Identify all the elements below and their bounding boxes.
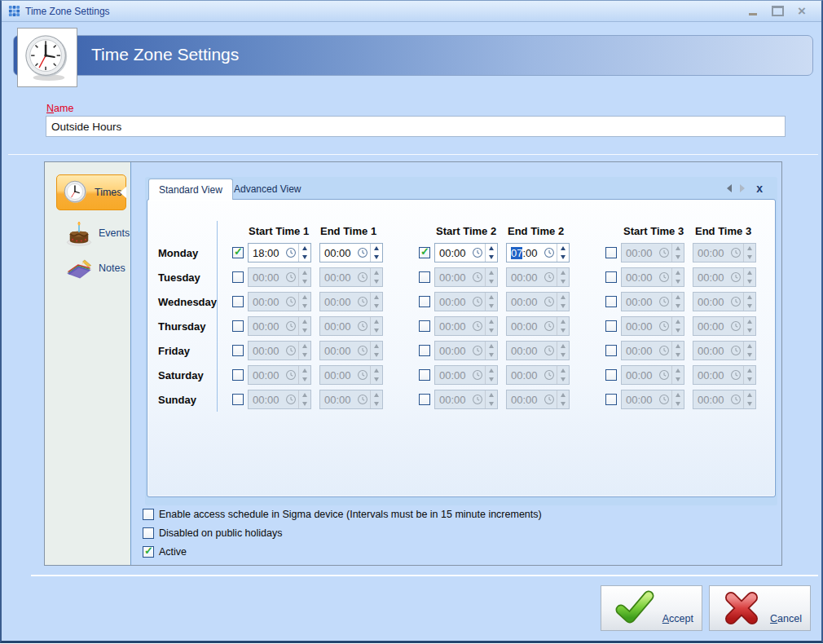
start-time-picker[interactable]: 00:00 — [621, 341, 684, 360]
slot-enabled-checkbox[interactable] — [232, 296, 244, 307]
slot-enabled-checkbox[interactable] — [419, 369, 430, 381]
start-time-picker[interactable]: 00:00 — [621, 316, 684, 336]
start-time-picker[interactable]: 00:00 — [434, 267, 498, 287]
start-time-picker[interactable]: 00:00 — [248, 390, 311, 409]
time-spinner[interactable] — [298, 244, 310, 262]
time-spinner[interactable] — [557, 293, 569, 311]
option-active[interactable]: Active — [143, 546, 542, 558]
start-time-picker[interactable]: 00:00 — [621, 267, 684, 287]
spin-down-icon[interactable] — [557, 277, 569, 286]
spin-down-icon[interactable] — [486, 326, 497, 335]
spin-up-icon[interactable] — [299, 244, 310, 253]
spin-up-icon[interactable] — [299, 366, 310, 375]
time-spinner[interactable] — [671, 342, 684, 359]
time-spinner[interactable] — [485, 390, 497, 408]
spin-down-icon[interactable] — [299, 375, 310, 384]
slot-enabled-checkbox[interactable] — [605, 296, 617, 307]
spin-up-icon[interactable] — [744, 293, 755, 302]
spin-down-icon[interactable] — [672, 326, 684, 335]
spin-down-icon[interactable] — [371, 277, 382, 286]
spin-up-icon[interactable] — [486, 317, 497, 326]
checkbox[interactable] — [143, 509, 154, 520]
slot-enabled-checkbox[interactable] — [419, 271, 430, 283]
time-spinner[interactable] — [743, 244, 755, 262]
spin-up-icon[interactable] — [744, 366, 755, 375]
spin-down-icon[interactable] — [557, 253, 569, 262]
spin-down-icon[interactable] — [486, 302, 497, 311]
spin-down-icon[interactable] — [486, 253, 497, 262]
spin-up-icon[interactable] — [371, 366, 382, 375]
time-spinner[interactable] — [485, 366, 497, 384]
spin-down-icon[interactable] — [486, 375, 497, 384]
slot-enabled-checkbox[interactable] — [232, 247, 244, 258]
scroll-right-icon[interactable] — [740, 184, 745, 192]
end-time-picker[interactable]: 00:00 — [506, 390, 570, 409]
spin-down-icon[interactable] — [744, 399, 755, 408]
slot-enabled-checkbox[interactable] — [605, 247, 617, 258]
spin-down-icon[interactable] — [557, 326, 569, 335]
checkbox[interactable] — [143, 546, 154, 558]
start-time-picker[interactable]: 00:00 — [248, 316, 311, 336]
end-time-picker[interactable]: 00:00 — [506, 292, 570, 311]
spin-up-icon[interactable] — [557, 390, 569, 399]
time-spinner[interactable] — [485, 293, 497, 311]
spin-down-icon[interactable] — [672, 351, 684, 359]
spin-down-icon[interactable] — [744, 375, 755, 384]
time-spinner[interactable] — [370, 342, 382, 359]
slot-enabled-checkbox[interactable] — [605, 345, 617, 356]
spin-up-icon[interactable] — [486, 390, 497, 399]
time-spinner[interactable] — [557, 244, 569, 262]
time-spinner[interactable] — [298, 268, 310, 286]
start-time-picker[interactable]: 00:00 — [621, 365, 684, 385]
start-time-picker[interactable]: 00:00 — [248, 292, 311, 311]
time-spinner[interactable] — [557, 342, 569, 359]
spin-down-icon[interactable] — [299, 277, 310, 286]
end-time-picker[interactable]: 00:00 — [693, 316, 756, 336]
spin-up-icon[interactable] — [371, 390, 382, 399]
spin-down-icon[interactable] — [557, 302, 569, 311]
slot-enabled-checkbox[interactable] — [419, 394, 430, 405]
time-spinner[interactable] — [743, 268, 755, 286]
slot-enabled-checkbox[interactable] — [605, 271, 617, 283]
accept-button[interactable]: Accept — [601, 585, 702, 631]
start-time-picker[interactable]: 00:00 — [434, 390, 498, 409]
spin-up-icon[interactable] — [557, 342, 569, 351]
time-spinner[interactable] — [557, 268, 569, 286]
spin-up-icon[interactable] — [486, 268, 497, 277]
spin-down-icon[interactable] — [486, 277, 497, 286]
spin-up-icon[interactable] — [672, 390, 684, 399]
time-spinner[interactable] — [298, 293, 310, 311]
start-time-picker[interactable]: 00:00 — [434, 341, 498, 360]
spin-up-icon[interactable] — [744, 390, 755, 399]
spin-down-icon[interactable] — [486, 399, 497, 408]
time-spinner[interactable] — [743, 342, 755, 359]
time-spinner[interactable] — [557, 366, 569, 384]
spin-down-icon[interactable] — [672, 399, 684, 408]
end-time-picker[interactable]: 00:00 — [693, 365, 756, 385]
spin-up-icon[interactable] — [486, 342, 497, 351]
spin-down-icon[interactable] — [672, 302, 684, 311]
start-time-picker[interactable]: 00:00 — [621, 390, 684, 409]
time-spinner[interactable] — [370, 293, 382, 311]
end-time-picker[interactable]: 00:00 — [319, 390, 383, 409]
end-time-picker[interactable]: 00:00 — [319, 292, 383, 311]
time-spinner[interactable] — [743, 317, 755, 335]
spin-down-icon[interactable] — [672, 375, 684, 384]
spin-up-icon[interactable] — [299, 317, 310, 326]
slot-enabled-checkbox[interactable] — [605, 394, 617, 405]
start-time-picker[interactable]: 00:00 — [621, 292, 684, 311]
spin-down-icon[interactable] — [299, 253, 310, 262]
maximize-button[interactable] — [771, 6, 784, 17]
end-time-picker[interactable]: 00:00 — [693, 390, 756, 409]
start-time-picker[interactable]: 00:00 — [434, 316, 498, 336]
time-spinner[interactable] — [671, 317, 684, 335]
spin-down-icon[interactable] — [744, 253, 755, 262]
time-spinner[interactable] — [370, 268, 382, 286]
spin-up-icon[interactable] — [371, 317, 382, 326]
spin-up-icon[interactable] — [672, 293, 684, 302]
time-spinner[interactable] — [485, 268, 497, 286]
spin-down-icon[interactable] — [486, 351, 497, 359]
end-time-picker[interactable]: 00:00 — [506, 365, 570, 385]
spin-down-icon[interactable] — [371, 326, 382, 335]
start-time-picker[interactable]: 00:00 — [248, 341, 311, 360]
